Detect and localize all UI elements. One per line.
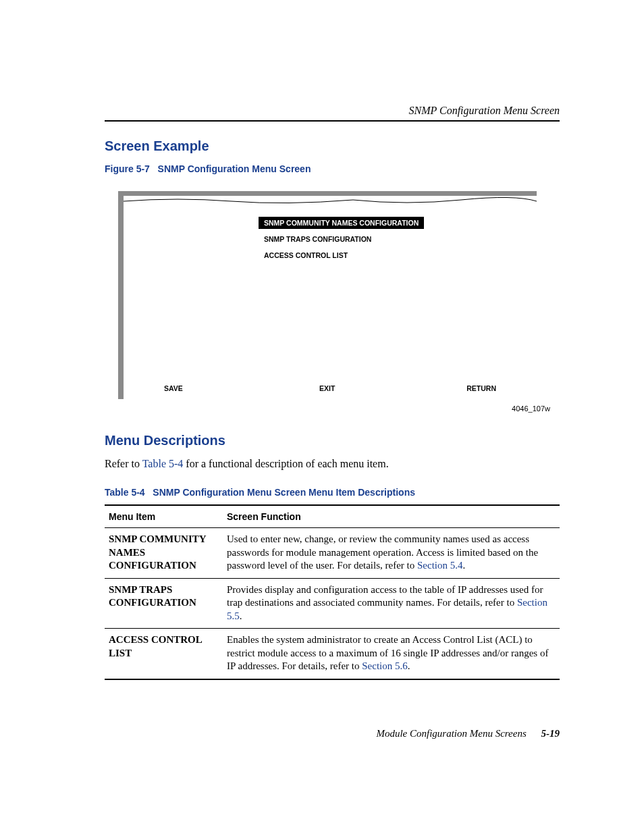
table-ref-link[interactable]: Table 5-4 bbox=[142, 458, 184, 469]
save-button[interactable]: SAVE bbox=[164, 384, 183, 392]
footer-section-title: Module Configuration Menu Screens bbox=[376, 728, 526, 739]
section-ref-link[interactable]: Section 5.4 bbox=[417, 560, 463, 571]
figure-caption: Figure 5-7 SNMP Configuration Menu Scree… bbox=[105, 163, 560, 174]
menu-list: SNMP COMMUNITY NAMES CONFIGURATION SNMP … bbox=[259, 217, 537, 265]
terminal-screen-figure: SNMP COMMUNITY NAMES CONFIGURATION SNMP … bbox=[118, 191, 537, 399]
page-number: 5-19 bbox=[541, 728, 560, 739]
running-head: SNMP Configuration Menu Screen bbox=[105, 105, 560, 117]
func-post: . bbox=[408, 660, 410, 671]
exit-button[interactable]: EXIT bbox=[319, 384, 335, 392]
cell-menu-item: ACCESS CONTROL LIST bbox=[105, 629, 223, 679]
figure-id: 4046_107w bbox=[118, 405, 550, 413]
col-header-screen-function: Screen Function bbox=[223, 505, 560, 528]
func-post: . bbox=[240, 610, 242, 621]
func-post: . bbox=[463, 560, 466, 571]
cell-menu-item: SNMP COMMUNITY NAMES CONFIGURATION bbox=[105, 528, 223, 579]
menu-item-snmp-community-names[interactable]: SNMP COMMUNITY NAMES CONFIGURATION bbox=[259, 217, 424, 229]
table-title: SNMP Configuration Menu Screen Menu Item… bbox=[153, 487, 415, 498]
table-caption: Table 5-4 SNMP Configuration Menu Screen… bbox=[105, 487, 560, 498]
table-row: SNMP COMMUNITY NAMES CONFIGURATION Used … bbox=[105, 528, 560, 579]
cell-screen-function: Enables the system administrator to crea… bbox=[223, 629, 560, 679]
table-header-row: Menu Item Screen Function bbox=[105, 505, 560, 528]
func-text: Provides display and configuration acces… bbox=[227, 584, 543, 608]
menu-item-snmp-traps[interactable]: SNMP TRAPS CONFIGURATION bbox=[259, 233, 377, 245]
heading-menu-descriptions: Menu Descriptions bbox=[105, 433, 560, 448]
table-row: SNMP TRAPS CONFIGURATION Provides displa… bbox=[105, 578, 560, 629]
cell-screen-function: Used to enter new, change, or review the… bbox=[223, 528, 560, 579]
intro-prefix: Refer to bbox=[105, 458, 142, 469]
col-header-menu-item: Menu Item bbox=[105, 505, 223, 528]
table-number: Table 5-4 bbox=[105, 487, 145, 498]
screen-body: SNMP COMMUNITY NAMES CONFIGURATION SNMP … bbox=[124, 197, 537, 399]
page-footer: Module Configuration Menu Screens 5-19 bbox=[376, 728, 560, 739]
header-rule bbox=[105, 120, 560, 122]
menu-descriptions-table: Menu Item Screen Function SNMP COMMUNITY… bbox=[105, 504, 560, 680]
torn-page-icon bbox=[124, 196, 537, 207]
screen-shadow: SNMP COMMUNITY NAMES CONFIGURATION SNMP … bbox=[118, 191, 537, 399]
func-text: Used to enter new, change, or review the… bbox=[227, 533, 538, 571]
section-ref-link[interactable]: Section 5.6 bbox=[362, 660, 408, 671]
intro-suffix: for a functional description of each men… bbox=[183, 458, 388, 469]
figure-number: Figure 5-7 bbox=[105, 163, 150, 174]
table-row: ACCESS CONTROL LIST Enables the system a… bbox=[105, 629, 560, 679]
cell-screen-function: Provides display and configuration acces… bbox=[223, 578, 560, 629]
menu-item-access-control-list[interactable]: ACCESS CONTROL LIST bbox=[259, 249, 353, 261]
return-button[interactable]: RETURN bbox=[466, 384, 496, 392]
heading-screen-example: Screen Example bbox=[105, 138, 560, 154]
cell-menu-item: SNMP TRAPS CONFIGURATION bbox=[105, 578, 223, 629]
menu-desc-intro: Refer to Table 5-4 for a functional desc… bbox=[105, 458, 560, 470]
figure-title: SNMP Configuration Menu Screen bbox=[158, 163, 311, 174]
